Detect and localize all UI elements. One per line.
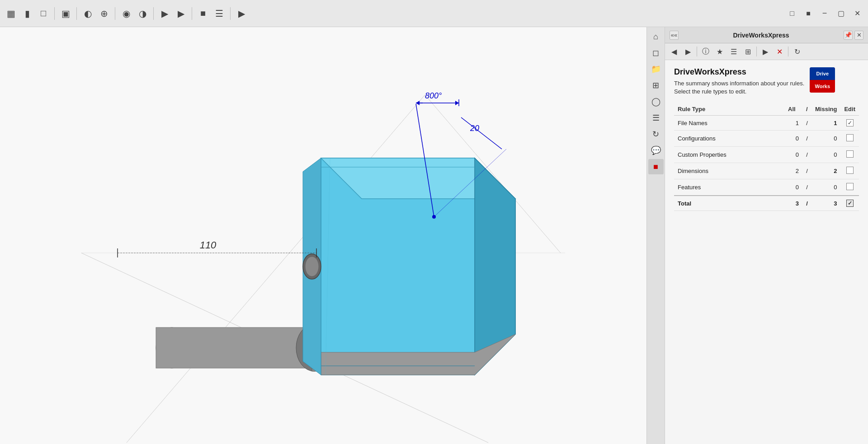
sep-5 <box>192 7 192 20</box>
rule-type-name: Features <box>674 179 784 196</box>
toolbar-btn-11[interactable]: ■ <box>196 6 210 21</box>
svg-text:110: 110 <box>200 239 217 251</box>
col-header-edit: Edit <box>840 103 859 116</box>
rule-edit-checkbox[interactable] <box>840 163 859 179</box>
viewport-ctrl-2[interactable]: ■ <box>801 6 816 21</box>
panel-pin-btn[interactable]: 📌 <box>844 31 853 40</box>
rule-edit-checkbox[interactable]: ✓ <box>840 116 859 131</box>
checkbox[interactable] <box>846 167 854 174</box>
slash-sep: / <box>802 116 811 131</box>
viewport-3d[interactable]: 110 800° 20 <box>0 27 646 444</box>
slash-sep: / <box>802 163 811 179</box>
summary-table: Rule Type All / Missing Edit File Names … <box>674 103 859 211</box>
slash-sep: / <box>802 179 811 196</box>
toolbar-btn-1[interactable]: ▦ <box>4 6 18 21</box>
main-content: 110 800° 20 ⌂ ◻ 📁 ⊞ ◯ ☰ ↻ 💬 <box>0 27 868 444</box>
panel-doc-btn[interactable]: ☰ <box>727 45 740 58</box>
dw-heading: DriveWorksXpress <box>674 67 804 77</box>
sidebar-folder[interactable]: 📁 <box>648 61 664 77</box>
toolbar-btn-4[interactable]: ▣ <box>58 6 73 21</box>
panel-info-btn[interactable]: ⓘ <box>699 45 712 58</box>
rule-all-count: 1 <box>784 116 802 131</box>
panel-title-buttons: 📌 ✕ <box>844 31 863 40</box>
rule-type-name: Dimensions <box>674 163 784 179</box>
toolbar-btn-13[interactable]: ▶ <box>234 6 249 21</box>
panel-stop-btn[interactable]: ✕ <box>773 45 786 58</box>
panel-refresh-btn[interactable]: ↻ <box>791 45 803 58</box>
checkbox[interactable] <box>846 150 854 158</box>
panel-back-btn[interactable]: ◀ <box>668 45 680 58</box>
sidebar-red-square[interactable]: ■ <box>648 159 664 174</box>
rule-all-count: 0 <box>784 179 802 196</box>
sep-4 <box>153 7 154 20</box>
toolbar-btn-10[interactable]: ▶ <box>174 6 188 21</box>
rule-edit-checkbox[interactable] <box>840 131 859 147</box>
restore-btn[interactable]: ▢ <box>834 6 848 21</box>
toolbar-btn-7[interactable]: ◉ <box>119 6 133 21</box>
rule-missing-count: 0 <box>811 179 840 196</box>
viewport-ctrl-1[interactable]: □ <box>785 6 799 21</box>
rule-edit-checkbox[interactable] <box>840 179 859 196</box>
driveworks-panel: «« DriveWorksXpress 📌 ✕ ◀ ▶ ⓘ ★ ☰ ⊞ ▶ ✕ … <box>665 27 868 444</box>
dw-header: DriveWorksXpress The summary shows infor… <box>674 67 859 96</box>
panel-close-btn[interactable]: ✕ <box>854 31 863 40</box>
panel-forward-btn[interactable]: ▶ <box>682 45 694 58</box>
toolbar-btn-9[interactable]: ▶ <box>157 6 172 21</box>
sidebar-grid[interactable]: ⊞ <box>648 78 664 93</box>
panel-body: DriveWorksXpress The summary shows infor… <box>665 60 868 444</box>
table-row: Dimensions 2 / 2 <box>674 163 859 179</box>
sep-6 <box>230 7 231 20</box>
col-header-all: All <box>784 103 802 116</box>
panel-play-btn[interactable]: ▶ <box>759 45 772 58</box>
rule-missing-count: 0 <box>811 147 840 163</box>
sidebar-3d[interactable]: ◻ <box>648 45 664 61</box>
toolbar-btn-3[interactable]: □ <box>36 6 51 21</box>
panel-title: DriveWorksXpress <box>733 32 789 39</box>
slash-sep: / <box>802 131 811 147</box>
total-slash: / <box>802 196 811 211</box>
sep-2 <box>76 7 77 20</box>
slash-sep: / <box>802 147 811 163</box>
toolbar-sep-2 <box>756 47 757 56</box>
total-checkbox[interactable]: ✓ <box>846 200 854 207</box>
svg-rect-6 <box>156 327 314 368</box>
toolbar-btn-2[interactable]: ▮ <box>20 6 34 21</box>
table-row: Configurations 0 / 0 <box>674 131 859 147</box>
panel-collapse-btn[interactable]: «« <box>670 31 679 40</box>
toolbar-btn-12[interactable]: ☰ <box>212 6 226 21</box>
toolbar-btn-5[interactable]: ◐ <box>80 6 95 21</box>
panel-table-btn[interactable]: ⊞ <box>741 45 754 58</box>
checkbox[interactable] <box>846 183 854 190</box>
checkbox[interactable] <box>846 134 854 141</box>
sidebar-chat[interactable]: 💬 <box>648 143 664 158</box>
col-header-ruletype: Rule Type <box>674 103 784 116</box>
total-edit-checkbox[interactable]: ✓ <box>840 196 859 211</box>
sep-1 <box>54 7 55 20</box>
panel-bookmark-btn[interactable]: ★ <box>713 45 726 58</box>
checkbox[interactable]: ✓ <box>846 119 854 126</box>
dw-description-2: Select the rule types to edit. <box>674 88 804 96</box>
dw-logo-top: Drive <box>810 67 835 80</box>
rule-all-count: 2 <box>784 163 802 179</box>
sidebar-home[interactable]: ⌂ <box>648 29 664 44</box>
col-header-slash: / <box>802 103 811 116</box>
rule-edit-checkbox[interactable] <box>840 147 859 163</box>
svg-text:800°: 800° <box>425 91 442 100</box>
toolbar-btn-8[interactable]: ◑ <box>135 6 150 21</box>
rule-missing-count: 0 <box>811 131 840 147</box>
rule-missing-count: 1 <box>811 116 840 131</box>
rule-type-name: File Names <box>674 116 784 131</box>
toolbar-btn-6[interactable]: ⊕ <box>97 6 111 21</box>
svg-text:20: 20 <box>470 124 479 133</box>
sidebar-cycle[interactable]: ↻ <box>648 126 664 142</box>
dw-logo-bottom: Works <box>810 80 835 93</box>
sidebar-globe[interactable]: ◯ <box>648 94 664 109</box>
dw-title-area: DriveWorksXpress The summary shows infor… <box>674 67 804 96</box>
sidebar-list[interactable]: ☰ <box>648 110 664 126</box>
table-total-row: Total 3 / 3 ✓ <box>674 196 859 211</box>
rule-type-name: Configurations <box>674 131 784 147</box>
close-btn[interactable]: ✕ <box>850 6 864 21</box>
toolbar-sep-1 <box>697 47 697 56</box>
panel-toolbar: ◀ ▶ ⓘ ★ ☰ ⊞ ▶ ✕ ↻ <box>665 43 868 60</box>
minimize-btn[interactable]: − <box>817 6 832 21</box>
